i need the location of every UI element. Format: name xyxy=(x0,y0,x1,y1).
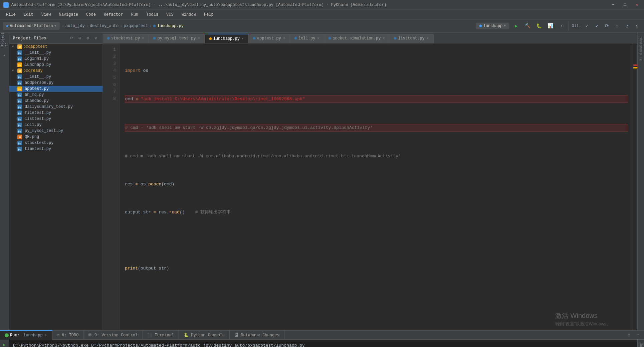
folder-arrow-pxqapptest: ▼ xyxy=(12,45,16,48)
menu-help[interactable]: Help xyxy=(201,11,217,18)
py-icon-stacktest: py xyxy=(17,141,22,145)
code-content[interactable]: import os cmd = "adb install C:\Users\Ad… xyxy=(120,43,633,330)
py-icon-addperson: py xyxy=(17,80,22,85)
breadcrumb-auto-jdy[interactable]: auto_jdy xyxy=(65,24,85,28)
coverage-button[interactable]: 📊 xyxy=(546,22,555,30)
tree-item-bh-mq[interactable]: py bh_mq.py xyxy=(9,92,102,98)
bottom-tab-run-close[interactable]: × xyxy=(44,334,47,337)
tree-item-pxqready[interactable]: ▼ 📁 pxqready xyxy=(9,68,102,74)
menu-navigate[interactable]: Navigate xyxy=(55,11,81,18)
tree-item-py-mysql[interactable]: py py_mysql_test.py xyxy=(9,128,102,134)
minimize-button[interactable]: ─ xyxy=(609,2,617,8)
undo-button[interactable]: ↺ xyxy=(623,22,631,30)
tab-lol1[interactable]: ⬟ lol1.py × xyxy=(290,34,324,43)
tab-close-apptest[interactable]: × xyxy=(282,37,286,40)
run-tab-icon xyxy=(5,333,9,337)
maximize-button[interactable]: □ xyxy=(621,2,629,8)
menu-window[interactable]: Window xyxy=(178,11,199,18)
sync-files-button[interactable]: ⟳ xyxy=(68,35,75,41)
folder-label-pxqready: pxqready xyxy=(23,68,43,73)
collapse-all-button[interactable]: ⊟ xyxy=(76,35,83,41)
tree-item-apptest[interactable]: py apptest.py xyxy=(9,86,102,92)
tree-item-stacktest[interactable]: py stacktest.py xyxy=(9,140,102,146)
menu-tools[interactable]: Tools xyxy=(143,11,162,18)
tree-item-lol1[interactable]: py lol1.py xyxy=(9,122,102,128)
tab-lunchapp[interactable]: ⬟ lunchapp.py × xyxy=(205,34,249,43)
tree-item-timetest[interactable]: py timetest.py xyxy=(9,146,102,152)
bottom-tab-run[interactable]: Run: lunchapp × xyxy=(0,330,52,340)
git-push-icon[interactable]: ↑ xyxy=(613,22,621,30)
tab-socket-sim[interactable]: ⬟ socket_simulation.py × xyxy=(324,34,390,43)
console-btn-group: ▶ ■ ⟳ ↑ ↓ ≡ 📌 ⚙ 🗑 xyxy=(0,340,9,347)
tree-item-pxqapptest[interactable]: ▼ 📁 pxqapptest xyxy=(9,44,102,50)
run-config-selector[interactable]: ⬟ lunchapp ▼ xyxy=(476,23,509,29)
sidebar-tab-favorites[interactable]: ★ xyxy=(1,52,9,60)
tree-item-listtest[interactable]: py listtest.py xyxy=(9,116,102,122)
tab-close-socket-sim[interactable]: × xyxy=(382,37,385,40)
tab-py-mysql[interactable]: ⬟ py_mysql_test.py × xyxy=(149,34,205,43)
git-update-icon[interactable]: ⟳ xyxy=(603,22,611,30)
file-label-dailysummary: dailysummary_test.py xyxy=(25,105,73,109)
tab-label-py-mysql: py_mysql_test.py xyxy=(157,36,196,41)
file-label-py-mysql: py_mysql_test.py xyxy=(25,129,63,133)
menu-file[interactable]: File xyxy=(3,11,19,18)
bottom-tab-todo[interactable]: ☑ 6: TODO xyxy=(52,330,84,340)
project-settings-button[interactable]: ⚙ xyxy=(84,35,91,41)
close-project-panel-button[interactable]: ✕ xyxy=(92,35,99,41)
git-check-icon[interactable]: ✓ xyxy=(583,22,591,30)
tree-item-loginn1[interactable]: py loginn1.py xyxy=(9,56,102,62)
file-label-timetest: timetest.py xyxy=(25,147,51,151)
structure-tab[interactable]: 2: Structure xyxy=(638,33,644,65)
debug-button[interactable]: 🐛 xyxy=(534,22,543,30)
tree-item-dailysummary[interactable]: py dailysummary_test.py xyxy=(9,104,102,110)
git-label: Git: xyxy=(572,24,581,28)
breadcrumb-current-file: ⬟ lunchapp.py xyxy=(153,24,184,28)
tab-listtest[interactable]: ⬟ listtest.py × xyxy=(390,34,433,43)
bottom-minimize-button[interactable]: ─ xyxy=(634,331,641,339)
build-button[interactable]: 🔨 xyxy=(523,22,532,30)
sidebar-tab-project[interactable]: 1: Project xyxy=(1,35,9,43)
close-button[interactable]: ✕ xyxy=(633,2,641,8)
menu-run[interactable]: Run xyxy=(128,11,142,18)
tree-item-lunchapp[interactable]: py lunchapp.py xyxy=(9,62,102,68)
bottom-tab-terminal[interactable]: ⬛ Terminal xyxy=(143,330,179,340)
code-editor[interactable]: 1 2 3 4 5 6 7 8 import os cmd = "adb ins… xyxy=(103,43,637,330)
tree-item-init2[interactable]: py __init__.py xyxy=(9,74,102,80)
console-run-button[interactable]: ▶ xyxy=(1,341,8,347)
git-tick-icon[interactable]: ✔ xyxy=(593,22,601,30)
project-selector[interactable]: ◆ Automated-Platform ▼ xyxy=(3,22,60,30)
profile-button[interactable]: ⚡ xyxy=(557,22,566,30)
tab-stacktest[interactable]: ⬟ stacktest.py × xyxy=(103,34,149,43)
breadcrumb-destiny-auto[interactable]: destiny_auto xyxy=(90,24,119,28)
tree-item-filetest[interactable]: py filetest.py xyxy=(9,110,102,116)
tab-close-stacktest[interactable]: × xyxy=(141,37,145,40)
menu-code[interactable]: Code xyxy=(83,11,99,18)
bottom-tab-python-console[interactable]: 🐍 Python Console xyxy=(179,330,230,340)
tree-item-chandao[interactable]: py chandao.py xyxy=(9,98,102,104)
tree-item-addperson[interactable]: py addperson.py xyxy=(9,80,102,86)
tree-item-init1[interactable]: py __init__.py xyxy=(9,50,102,56)
menu-refactor[interactable]: Refactor xyxy=(100,11,127,18)
run-button[interactable]: ▶ xyxy=(512,22,520,30)
breadcrumb-pxqapptest[interactable]: pxqapptest xyxy=(124,24,148,28)
tab-close-lol1[interactable]: × xyxy=(316,37,320,40)
editor-tabs-bar: ⬟ stacktest.py × ⬟ py_mysql_test.py × ⬟ … xyxy=(103,33,637,43)
bottom-settings-button[interactable]: ⚙ xyxy=(625,331,633,339)
code-line-5: res = os.popen(cmd) xyxy=(125,181,627,188)
bottom-tab-vc[interactable]: ⑨ 9: Version Control xyxy=(83,330,143,340)
tab-close-listtest[interactable]: × xyxy=(426,37,429,40)
bottom-tab-db-changes[interactable]: 🗄 Database Changes xyxy=(230,330,284,340)
console-line-1: D:\Python\Python37\python.exe D:/Pycharm… xyxy=(13,342,633,347)
menu-edit[interactable]: Edit xyxy=(20,11,37,18)
redo-button[interactable]: ↻ xyxy=(633,22,641,30)
console-structure-tab[interactable]: 2: Structure xyxy=(638,340,644,347)
menu-vcs[interactable]: VCS xyxy=(163,11,177,18)
tab-apptest[interactable]: ⬟ apptest.py × xyxy=(249,34,290,43)
tab-close-lunchapp[interactable]: × xyxy=(241,37,244,41)
tab-close-py-mysql[interactable]: × xyxy=(197,37,201,40)
tree-item-qr[interactable]: 🖼 QR.png xyxy=(9,134,102,140)
file-label-bh-mq: bh_mq.py xyxy=(25,93,44,97)
py-icon-chandao: py xyxy=(17,99,22,103)
menu-view[interactable]: View xyxy=(38,11,54,18)
bottom-tab-todo-label: ☑ 6: TODO xyxy=(57,333,79,338)
